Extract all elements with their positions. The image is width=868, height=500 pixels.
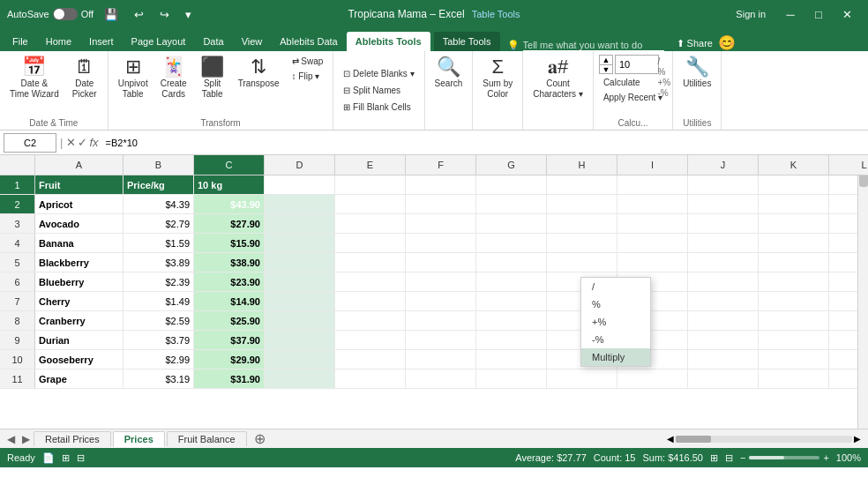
cell-e11[interactable] [335,369,406,389]
cell-d5[interactable] [265,253,335,272]
search-button[interactable]: 🔍 Search [430,55,468,92]
col-header-a[interactable]: A [35,155,123,175]
unpivot-table-button[interactable]: ⊞ UnpivotTable [114,55,153,102]
cell-b4[interactable]: $1.59 [123,234,194,253]
cell-b1[interactable]: Price/kg [123,175,194,195]
cell-e7[interactable] [335,292,406,311]
row-header-9[interactable]: 9 [0,331,35,350]
cell-f3[interactable] [406,214,476,234]
tell-me-input[interactable] [523,40,664,51]
cell-c5[interactable]: $38.90 [194,253,265,272]
col-header-b[interactable]: B [123,155,194,175]
formula-input[interactable] [102,133,864,153]
row-header-3[interactable]: 3 [0,214,35,234]
cell-a7[interactable]: Cherry [35,292,123,311]
sheet-tab-retail-prices[interactable]: Retail Prices [34,431,111,446]
dropdown-minus-percent[interactable]: -% [581,331,650,348]
cell-h1[interactable] [547,175,617,195]
cell-f9[interactable] [406,331,476,350]
cell-e1[interactable] [335,175,406,195]
cell-h4[interactable] [547,234,617,253]
autosave-toggle[interactable] [53,8,78,20]
cell-g1[interactable] [476,175,547,195]
sheet-nav-right[interactable]: ▶ [19,431,34,447]
tab-view[interactable]: View [233,32,272,51]
cell-c11[interactable]: $31.90 [194,369,265,389]
cell-c3[interactable]: $27.90 [194,214,265,234]
dropdown-multiply[interactable]: Multiply [581,348,650,366]
calc-dropdown-btn[interactable]: ▲ ▼ [599,55,613,74]
tab-file[interactable]: File [4,32,37,51]
cell-f5[interactable] [406,253,476,272]
flip-button[interactable]: ↕ Flip ▾ [288,70,328,83]
calculate-button[interactable]: Calculate [599,76,645,89]
row-header-11[interactable]: 11 [0,369,35,389]
hscroll-thumb[interactable] [676,436,711,443]
col-header-i[interactable]: I [617,155,688,175]
row-header-4[interactable]: 4 [0,234,35,253]
cell-e9[interactable] [335,331,406,350]
cell-c7[interactable]: $14.90 [194,292,265,311]
cell-d7[interactable] [265,292,335,311]
cell-e4[interactable] [335,234,406,253]
cell-d1[interactable] [265,175,335,195]
calc-up-arrow[interactable]: ▲ [600,56,612,65]
cell-f11[interactable] [406,369,476,389]
cell-g4[interactable] [476,234,547,253]
cell-j7[interactable] [688,292,759,311]
cell-a9[interactable]: Durian [35,331,123,350]
col-header-c[interactable]: C [194,155,265,175]
cell-i3[interactable] [617,214,688,234]
cell-a11[interactable]: Grape [35,369,123,389]
hscroll-right[interactable]: ▶ [854,434,861,444]
cell-j6[interactable] [688,272,759,292]
cell-c6[interactable]: $23.90 [194,272,265,292]
delete-blanks-button[interactable]: ⊡ Delete Blanks ▾ [339,67,418,80]
cell-d3[interactable] [265,214,335,234]
cell-i4[interactable] [617,234,688,253]
cell-d10[interactable] [265,350,335,369]
grid-view-icon[interactable]: ⊞ [710,452,718,464]
cell-e10[interactable] [335,350,406,369]
count-chars-button[interactable]: 𝐚# CountCharacters ▾ [528,55,587,102]
cell-h5[interactable] [547,253,617,272]
cell-f6[interactable] [406,272,476,292]
dropdown-plus-percent[interactable]: +% [581,313,650,331]
cell-k4[interactable] [759,234,829,253]
cell-j4[interactable] [688,234,759,253]
hscroll-track[interactable] [676,436,852,443]
date-time-wizard-button[interactable]: 📅 Date &Time Wizard [5,55,64,102]
cell-k7[interactable] [759,292,829,311]
cell-g2[interactable] [476,195,547,214]
transpose-button[interactable]: ⇅ Transpose [234,55,284,92]
cell-b7[interactable]: $1.49 [123,292,194,311]
cell-i5[interactable] [617,253,688,272]
swap-button[interactable]: ⇄ Swap [288,55,328,68]
cell-k3[interactable] [759,214,829,234]
cell-g5[interactable] [476,253,547,272]
cell-g11[interactable] [476,369,547,389]
close-button[interactable]: ✕ [833,0,861,28]
cell-d8[interactable] [265,311,335,331]
cell-j9[interactable] [688,331,759,350]
cell-c1[interactable]: 10 kg [194,175,265,195]
split-names-button[interactable]: ⊟ Split Names [339,84,405,97]
cell-h2[interactable] [547,195,617,214]
cell-a10[interactable]: Gooseberry [35,350,123,369]
cancel-icon[interactable]: ✕ [66,136,76,149]
col-header-h[interactable]: H [547,155,617,175]
tell-me-area[interactable]: 💡 [507,40,664,51]
cell-f10[interactable] [406,350,476,369]
zoom-plus[interactable]: + [823,452,828,463]
utilities-button[interactable]: 🔧 Utilities [678,55,715,92]
cell-b9[interactable]: $3.79 [123,331,194,350]
cell-g3[interactable] [476,214,547,234]
normal-view-icon[interactable]: ⊞ [62,452,70,464]
save-button[interactable]: 💾 [99,6,123,23]
cell-k9[interactable] [759,331,829,350]
create-cards-button[interactable]: 🃏 CreateCards [156,55,191,102]
cell-d6[interactable] [265,272,335,292]
add-sheet-button[interactable]: ⊕ [249,430,271,447]
fill-blank-cells-button[interactable]: ⊞ Fill Blank Cells [339,101,415,114]
cell-b3[interactable]: $2.79 [123,214,194,234]
